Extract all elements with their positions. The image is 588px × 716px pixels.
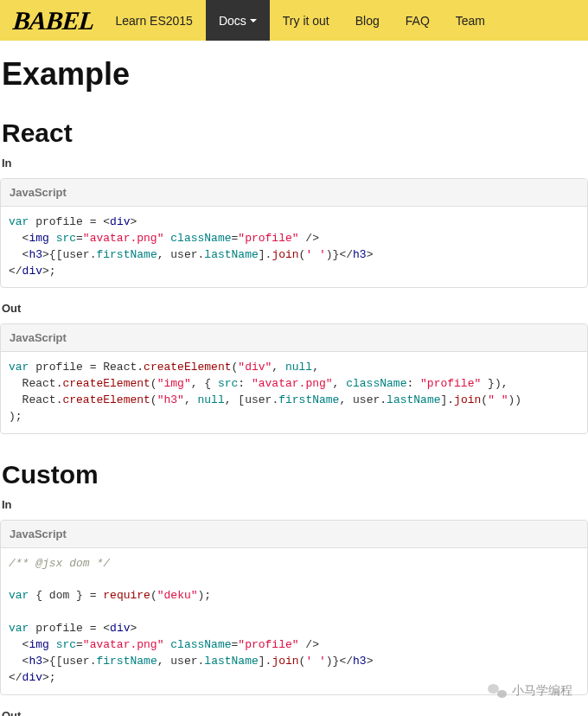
code-lang-label: JavaScript: [1, 179, 587, 207]
label-out: Out: [0, 302, 588, 315]
nav-docs[interactable]: Docs: [206, 0, 270, 41]
nav-team[interactable]: Team: [443, 0, 498, 41]
nav-learn-es2015[interactable]: Learn ES2015: [102, 0, 206, 41]
code-custom-in: JavaScript /** @jsx dom */ var { dom } =…: [0, 520, 588, 695]
wechat-icon: [488, 683, 507, 699]
nav-blog[interactable]: Blog: [342, 0, 393, 41]
code-react-out: JavaScript var profile = React.createEle…: [0, 323, 588, 433]
code-react-in: JavaScript var profile = <div> <img src=…: [0, 178, 588, 288]
brand-logo[interactable]: BABEL: [8, 6, 104, 35]
label-out: Out: [0, 709, 588, 717]
caret-down-icon: [250, 19, 257, 22]
page-title: Example: [0, 56, 588, 93]
nav-try-it-out[interactable]: Try it out: [270, 0, 342, 41]
code-lang-label: JavaScript: [1, 521, 587, 548]
code-lang-label: JavaScript: [1, 324, 587, 352]
wechat-watermark: 小马学编程: [488, 683, 572, 699]
code-block: var profile = React.createElement("div",…: [1, 352, 587, 432]
section-react: React: [0, 118, 588, 148]
wechat-text: 小马学编程: [512, 683, 572, 699]
nav-items: Learn ES2015 Docs Try it out Blog FAQ Te…: [102, 0, 498, 41]
nav-docs-label: Docs: [219, 14, 246, 28]
section-custom: Custom: [0, 460, 588, 489]
nav-faq[interactable]: FAQ: [393, 0, 443, 41]
label-in: In: [0, 157, 588, 169]
label-in: In: [0, 498, 588, 511]
code-block: /** @jsx dom */ var { dom } = require("d…: [1, 548, 587, 694]
navbar: BABEL Learn ES2015 Docs Try it out Blog …: [0, 0, 588, 41]
code-block: var profile = <div> <img src="avatar.png…: [1, 207, 587, 287]
